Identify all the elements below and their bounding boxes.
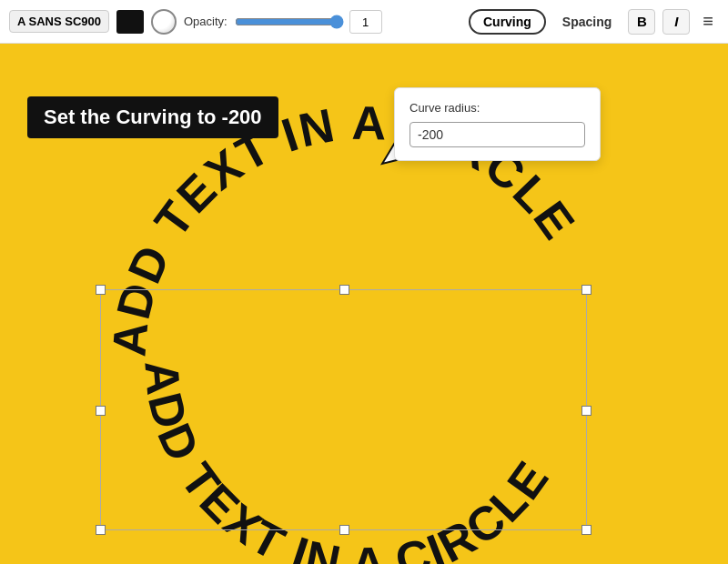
handle-bottom-right[interactable] xyxy=(581,525,592,535)
more-options-button[interactable]: ≡ xyxy=(697,11,719,32)
instruction-box: Set the Curving to -200 xyxy=(27,96,278,138)
opacity-label: Opacity: xyxy=(184,15,228,28)
handle-middle-left[interactable] xyxy=(96,406,106,416)
color-swatch[interactable] xyxy=(116,10,144,34)
canvas-area: Set the Curving to -200 Curve radius: AD… xyxy=(0,44,728,564)
bold-button[interactable]: B xyxy=(628,9,655,35)
handle-top-middle[interactable] xyxy=(339,285,349,295)
curving-button[interactable]: Curving xyxy=(469,9,546,35)
toolbar: A SANS SC900 Opacity: 1 Curving Spacing … xyxy=(0,0,728,44)
spacing-button[interactable]: Spacing xyxy=(553,11,621,33)
font-name-button[interactable]: A SANS SC900 xyxy=(9,10,109,33)
handle-bottom-left[interactable] xyxy=(96,525,106,535)
curve-radius-popup: Curve radius: xyxy=(394,87,601,161)
italic-button[interactable]: I xyxy=(662,9,690,35)
opacity-slider[interactable] xyxy=(235,15,344,29)
handle-middle-right[interactable] xyxy=(581,406,592,416)
opacity-value: 1 xyxy=(349,10,382,34)
curve-radius-input[interactable] xyxy=(410,122,585,147)
opacity-control: 1 xyxy=(235,10,382,34)
selection-box[interactable] xyxy=(100,289,587,530)
handle-bottom-middle[interactable] xyxy=(339,525,349,535)
texture-icon[interactable] xyxy=(151,9,177,35)
handle-top-left[interactable] xyxy=(96,285,106,295)
handle-top-right[interactable] xyxy=(581,285,592,295)
curve-radius-label: Curve radius: xyxy=(410,101,585,115)
